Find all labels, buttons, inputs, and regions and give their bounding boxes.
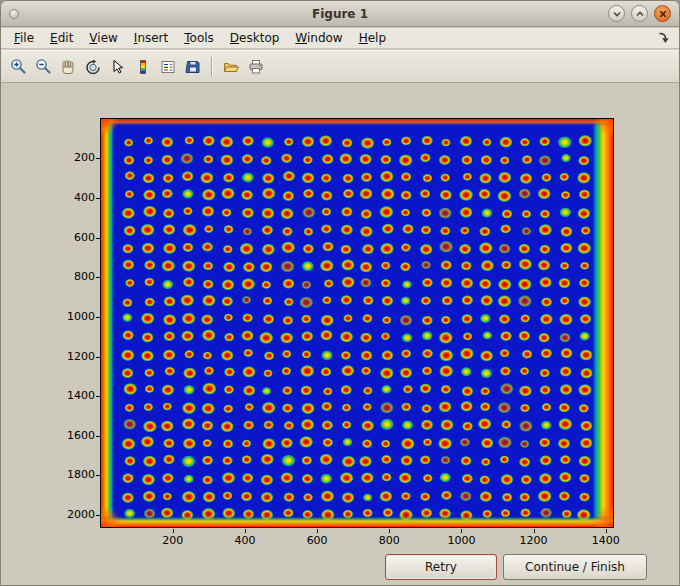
print-button[interactable] [244,55,268,79]
menu-tools[interactable]: Tools [176,29,222,47]
close-button[interactable] [654,5,671,22]
pan-hand-icon [60,59,76,75]
minimize-button[interactable] [608,5,625,22]
y-tick-mark [96,238,100,239]
save-button[interactable] [181,55,205,79]
rotate-3d-button[interactable] [81,55,105,79]
rotate-3d-icon [85,59,101,75]
x-tick-mark [173,529,174,533]
menu-view[interactable]: View [81,29,125,47]
y-tick-label: 200 [53,151,95,164]
y-tick-label: 600 [53,231,95,244]
continue-finish-button[interactable]: Continue / Finish [503,554,647,580]
y-tick-label: 1400 [53,389,95,402]
y-tick-label: 1800 [53,468,95,481]
insert-legend-button[interactable] [156,55,180,79]
x-tick-mark [534,529,535,533]
figure-toolbar [1,50,679,83]
x-tick-label: 600 [295,534,339,547]
chevron-up-icon [634,8,646,20]
dock-figure-icon[interactable] [657,31,671,45]
menu-desktop[interactable]: Desktop [222,29,288,47]
titlebar[interactable]: Figure 1 [1,1,679,27]
menu-insert[interactable]: Insert [126,29,176,47]
figure-canvas-area: Retry Continue / Finish 2004006008001000… [1,84,679,585]
window-title: Figure 1 [1,7,679,21]
x-tick-label: 800 [367,534,411,547]
y-tick-label: 400 [53,191,95,204]
x-tick-label: 400 [223,534,267,547]
y-tick-mark [96,475,100,476]
y-tick-label: 1200 [53,350,95,363]
x-tick-label: 200 [151,534,195,547]
menu-edit[interactable]: Edit [42,29,81,47]
retry-button[interactable]: Retry [385,554,497,580]
y-tick-mark [96,317,100,318]
y-tick-mark [96,198,100,199]
x-tick-mark [606,529,607,533]
microarray-image[interactable] [101,119,613,527]
zoom-in-icon [10,58,27,75]
y-tick-mark [96,357,100,358]
toolbar-separator [211,57,213,77]
x-tick-label: 1400 [584,534,628,547]
print-icon [248,59,264,75]
plot-axes[interactable] [100,118,614,528]
close-icon [657,8,669,20]
menu-file[interactable]: File [6,29,42,47]
data-cursor-button[interactable] [106,55,130,79]
x-tick-mark [461,529,462,533]
menu-window[interactable]: Window [287,29,350,47]
data-cursor-icon [110,59,126,75]
y-tick-label: 2000 [53,508,95,521]
y-tick-mark [96,396,100,397]
y-tick-label: 800 [53,270,95,283]
zoom-in-button[interactable] [6,55,30,79]
insert-colorbar-button[interactable] [131,55,155,79]
zoom-out-button[interactable] [31,55,55,79]
zoom-out-icon [35,58,52,75]
y-tick-label: 1600 [53,429,95,442]
y-tick-mark [96,158,100,159]
open-button[interactable] [219,55,243,79]
y-tick-mark [96,436,100,437]
maximize-button[interactable] [631,5,648,22]
figure-window: Figure 1 File Edit View Insert Tools Des… [0,0,680,586]
y-tick-mark [96,277,100,278]
x-tick-mark [245,529,246,533]
x-tick-label: 1200 [512,534,556,547]
x-tick-mark [317,529,318,533]
chevron-down-icon [611,8,623,20]
y-tick-mark [96,515,100,516]
menu-help[interactable]: Help [351,29,394,47]
window-menu-icon[interactable] [9,9,19,19]
save-icon [185,59,201,75]
x-tick-label: 1000 [439,534,483,547]
open-folder-icon [223,59,239,75]
legend-icon [160,59,176,75]
y-tick-label: 1000 [53,310,95,323]
pan-button[interactable] [56,55,80,79]
colorbar-icon [135,59,151,75]
menubar: File Edit View Insert Tools Desktop Wind… [1,28,679,49]
x-tick-mark [389,529,390,533]
